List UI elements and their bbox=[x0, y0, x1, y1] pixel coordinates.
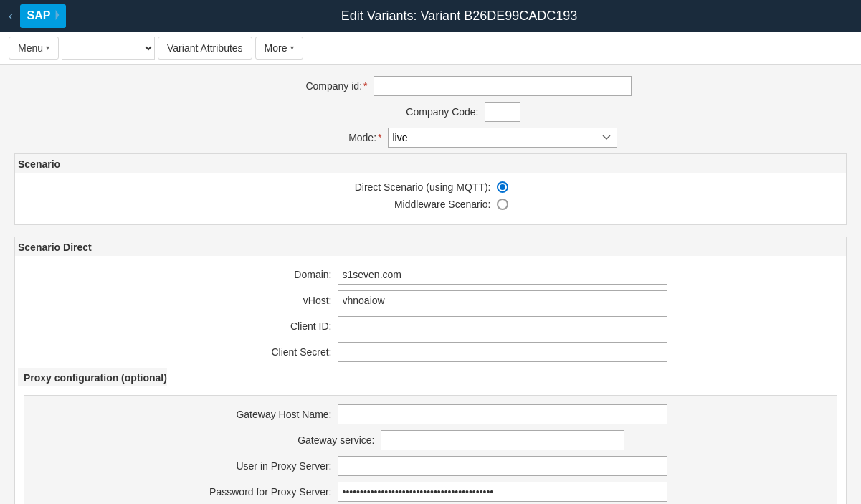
client-id-label: Client ID: bbox=[194, 320, 338, 332]
svg-marker-1 bbox=[56, 9, 60, 19]
back-button[interactable]: ‹ bbox=[9, 9, 13, 24]
client-secret-row: Client Secret: bbox=[15, 342, 846, 362]
company-id-label: Company id:* bbox=[230, 80, 374, 92]
gateway-service-input[interactable] bbox=[381, 430, 624, 450]
gateway-service-row: Gateway service: bbox=[24, 430, 837, 450]
direct-scenario-label: Direct Scenario (using MQTT): bbox=[353, 181, 497, 193]
middleware-scenario-label: Middleware Scenario: bbox=[353, 199, 497, 210]
variant-attributes-label: Variant Attributes bbox=[167, 42, 243, 54]
company-code-input[interactable] bbox=[485, 102, 520, 122]
company-code-row: Company Code: bbox=[14, 102, 847, 122]
company-id-row: Company id:* bbox=[14, 76, 847, 96]
sap-logo: SAP bbox=[20, 4, 66, 28]
more-label: More bbox=[265, 42, 287, 54]
password-proxy-row: Password for Proxy Server: bbox=[24, 482, 837, 502]
gateway-host-label: Gateway Host Name: bbox=[194, 409, 338, 420]
required-star: * bbox=[363, 80, 367, 92]
gateway-host-row: Gateway Host Name: bbox=[24, 404, 837, 424]
company-id-input[interactable] bbox=[374, 76, 632, 96]
user-proxy-label: User in Proxy Server: bbox=[194, 460, 338, 472]
scenario-direct-section: Scenario Direct Domain: vHost: Client ID… bbox=[14, 237, 847, 504]
scenario-section: Scenario Direct Scenario (using MQTT): M… bbox=[14, 153, 847, 225]
direct-scenario-row: Direct Scenario (using MQTT): bbox=[15, 181, 846, 193]
user-proxy-input[interactable] bbox=[338, 456, 667, 476]
scenario-direct-title: Scenario Direct bbox=[15, 237, 846, 256]
scenario-inner: Direct Scenario (using MQTT): Middleware… bbox=[15, 173, 846, 224]
svg-text:SAP: SAP bbox=[27, 9, 51, 21]
client-id-row: Client ID: bbox=[15, 316, 846, 336]
mode-row: Mode:* live test dev bbox=[14, 128, 847, 148]
password-proxy-label: Password for Proxy Server: bbox=[194, 486, 338, 498]
gateway-service-label: Gateway service: bbox=[237, 434, 381, 446]
menu-label: Menu bbox=[18, 42, 43, 54]
variant-attributes-button[interactable]: Variant Attributes bbox=[158, 37, 252, 60]
vhost-input[interactable] bbox=[338, 290, 667, 310]
proxy-section-title-container: Proxy configuration (optional) bbox=[15, 368, 846, 389]
proxy-title: Proxy configuration (optional) bbox=[18, 368, 167, 386]
more-button[interactable]: More ▾ bbox=[255, 37, 303, 60]
page-title: Edit Variants: Variant B26DE99CADC193 bbox=[66, 9, 852, 24]
proxy-inner: Gateway Host Name: Gateway service: User… bbox=[24, 396, 837, 504]
vhost-label: vHost: bbox=[194, 295, 338, 306]
variant-dropdown[interactable] bbox=[62, 37, 155, 60]
main-content: Company id:* Company Code: Mode:* live t… bbox=[0, 65, 861, 504]
mode-label: Mode:* bbox=[244, 132, 388, 143]
mode-select[interactable]: live test dev bbox=[388, 128, 617, 148]
user-proxy-row: User in Proxy Server: bbox=[24, 456, 837, 476]
menu-button[interactable]: Menu ▾ bbox=[9, 37, 59, 60]
top-form: Company id:* Company Code: Mode:* live t… bbox=[14, 76, 847, 148]
domain-label: Domain: bbox=[194, 269, 338, 280]
client-secret-label: Client Secret: bbox=[194, 346, 338, 358]
client-id-input[interactable] bbox=[338, 316, 667, 336]
gateway-host-input[interactable] bbox=[338, 404, 667, 424]
toolbar: Menu ▾ Variant Attributes More ▾ bbox=[0, 32, 861, 65]
client-secret-input[interactable] bbox=[338, 342, 667, 362]
vhost-row: vHost: bbox=[15, 290, 846, 310]
mode-required-star: * bbox=[378, 132, 381, 143]
company-code-label: Company Code: bbox=[341, 106, 485, 118]
menu-chevron-icon: ▾ bbox=[46, 44, 49, 52]
scenario-title: Scenario bbox=[15, 154, 846, 173]
domain-input[interactable] bbox=[338, 265, 667, 285]
middleware-scenario-radio[interactable] bbox=[497, 199, 508, 210]
direct-scenario-radio[interactable] bbox=[497, 181, 508, 193]
password-proxy-input[interactable] bbox=[338, 482, 667, 502]
proxy-box: Gateway Host Name: Gateway service: User… bbox=[24, 395, 837, 504]
domain-row: Domain: bbox=[15, 265, 846, 285]
more-chevron-icon: ▾ bbox=[290, 44, 294, 52]
middleware-scenario-row: Middleware Scenario: bbox=[15, 199, 846, 210]
scenario-direct-inner: Domain: vHost: Client ID: Client Secret:… bbox=[15, 256, 846, 504]
app-header: ‹ SAP Edit Variants: Variant B26DE99CADC… bbox=[0, 0, 861, 32]
